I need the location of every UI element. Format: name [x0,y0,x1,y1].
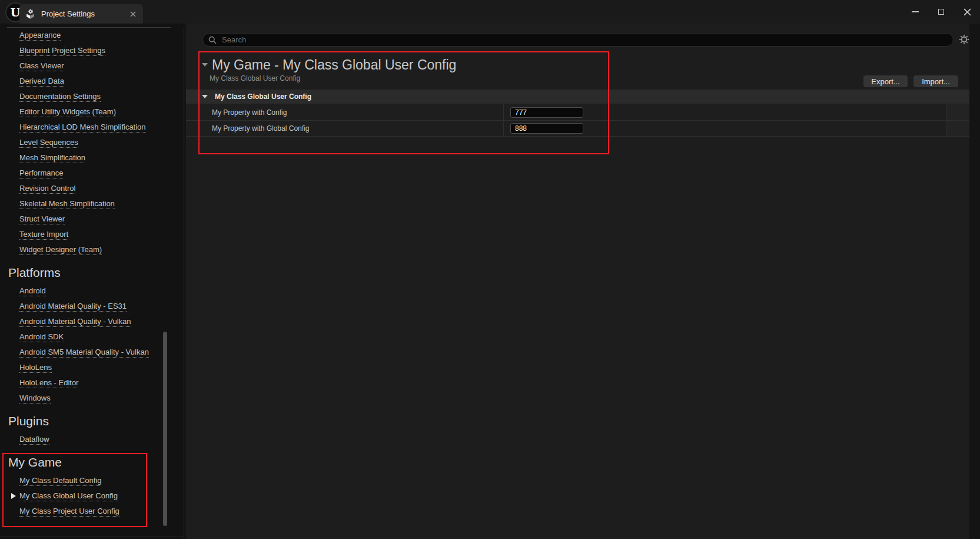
project-settings-icon [25,9,35,19]
sidebar-item-label: My Class Default Config [19,476,101,486]
sidebar-scrollbar-thumb[interactable] [163,332,167,526]
sidebar-item-label: Android [19,286,46,296]
sidebar-item-android-mq-es31[interactable]: Android Material Quality - ES31 [0,299,184,314]
sidebar-heading-my-game: My Game [0,452,184,473]
export-button[interactable]: Export... [863,75,908,87]
sidebar-item-editor-utility-widgets[interactable]: Editor Utility Widgets (Team) [0,104,184,120]
category-header[interactable]: My Class Global User Config [186,90,969,104]
sidebar-item-label: Mesh Simplification [19,153,85,163]
property-value-input[interactable] [510,123,583,134]
property-row: My Property with Global Config [186,121,969,137]
sidebar-item-label: Dataflow [19,435,49,445]
search-input[interactable] [221,35,953,45]
sidebar-item-class-viewer[interactable]: Class Viewer [0,58,184,74]
sidebar-item-label: Level Sequences [19,138,78,148]
sidebar-item-label: Skeletal Mesh Simplification [19,199,115,209]
sidebar-bottom-divider [0,537,184,537]
sidebar-item-struct-viewer[interactable]: Struct Viewer [0,211,184,227]
sidebar-item-label: Appearance [19,31,61,41]
sidebar-item-mesh-simplification[interactable]: Mesh Simplification [0,150,184,166]
sidebar-item-label: Revision Control [19,184,75,194]
sidebar-item-hololens-editor[interactable]: HoloLens - Editor [0,375,184,391]
sidebar-item-label: Windows [19,393,51,404]
tab-project-settings[interactable]: Project Settings [19,4,143,24]
sidebar-item-revision-control[interactable]: Revision Control [0,181,184,196]
section-collapse-icon[interactable] [202,63,208,67]
sidebar-item-label: Texture Import [19,230,68,240]
sidebar-heading-platforms: Platforms [0,262,184,283]
sidebar-item-texture-import[interactable]: Texture Import [0,227,184,242]
import-button[interactable]: Import... [913,75,958,87]
property-label: My Property with Global Config [186,121,504,136]
sidebar-item-level-sequences[interactable]: Level Sequences [0,135,184,150]
sidebar-heading-plugins: Plugins [0,411,184,432]
sidebar-item-label: HoloLens [19,363,52,373]
close-icon [964,8,971,16]
sidebar-item-label: Blueprint Project Settings [19,46,105,56]
sidebar-item-label: Editor Utility Widgets (Team) [19,107,116,117]
panel-splitter[interactable] [184,27,184,539]
sidebar-item-label: Widget Designer (Team) [19,245,102,255]
property-label: My Property with Config [186,104,504,120]
selected-item-arrow-icon [11,493,16,499]
sidebar-item-appearance[interactable]: Appearance [0,28,184,43]
sidebar-item-android-sm5-mq-vulkan[interactable]: Android SM5 Material Quality - Vulkan [0,345,184,360]
page-subtitle: My Class Global User Config [210,74,300,82]
row-right-cell [946,104,969,120]
property-value-input[interactable] [510,107,583,118]
sidebar-item-android-mq-vulkan[interactable]: Android Material Quality - Vulkan [0,314,184,329]
sidebar-item-android-sdk[interactable]: Android SDK [0,329,184,345]
sidebar-item-label: Performance [19,168,63,178]
sidebar-item-label: Android Material Quality - Vulkan [19,317,131,327]
sidebar-item-label: Struct Viewer [19,214,65,224]
sidebar-item-label: Derived Data [19,77,64,87]
sidebar-item-label: HoloLens - Editor [19,378,78,388]
sidebar-item-label: My Class Project User Config [19,507,119,517]
tab-title: Project Settings [41,9,95,18]
sidebar-item-my-class-default-config[interactable]: My Class Default Config [0,473,184,488]
sidebar-item-label: Android SDK [19,332,64,342]
sidebar-item-my-class-project-user-config[interactable]: My Class Project User Config [0,504,184,519]
minimize-button[interactable] [902,0,928,24]
settings-gear-button[interactable] [958,34,970,45]
search-bar[interactable] [202,33,954,47]
sidebar-item-label: Class Viewer [19,61,64,71]
sidebar-item-label: Documentation Settings [19,92,101,102]
sidebar-item-label: Android Material Quality - ES31 [19,302,127,312]
sidebar-item-label: Android SM5 Material Quality - Vulkan [19,348,149,358]
category-header-label: My Class Global User Config [215,92,311,101]
page-title: My Game - My Class Global User Config [212,57,456,72]
sidebar-item-label: Hierarchical LOD Mesh Simplification [19,123,146,133]
settings-detail-panel: My Game - My Class Global User Config My… [186,24,969,539]
sidebar-item-hierarchical-lod[interactable]: Hierarchical LOD Mesh Simplification [0,120,184,135]
sidebar-item-android[interactable]: Android [0,283,184,299]
sidebar-item-windows[interactable]: Windows [0,391,184,406]
row-right-cell [946,121,969,136]
sidebar-item-documentation-settings[interactable]: Documentation Settings [0,89,184,104]
tab-close-icon[interactable] [130,11,136,17]
gear-icon [959,34,969,45]
sidebar-item-my-class-global-user-config[interactable]: My Class Global User Config [0,488,184,504]
category-collapse-icon[interactable] [202,95,208,98]
sidebar-item-blueprint-project-settings[interactable]: Blueprint Project Settings [0,43,184,58]
sidebar-item-hololens[interactable]: HoloLens [0,360,184,375]
property-row: My Property with Config [186,104,969,121]
minimize-icon [912,11,919,12]
sidebar-item-skeletal-mesh-simplification[interactable]: Skeletal Mesh Simplification [0,196,184,211]
window-controls [902,0,980,24]
title-bar: U Project Settings [0,0,980,24]
sidebar-item-widget-designer[interactable]: Widget Designer (Team) [0,242,184,257]
search-icon [208,36,217,44]
sidebar-item-performance[interactable]: Performance [0,166,184,181]
maximize-icon [938,9,944,15]
close-button[interactable] [954,0,980,24]
sidebar-item-derived-data[interactable]: Derived Data [0,74,184,89]
sidebar-item-dataflow[interactable]: Dataflow [0,432,184,447]
project-settings-window: { "window": { "tab_title": "Project Sett… [0,0,980,539]
settings-sidebar: Appearance Blueprint Project Settings Cl… [0,24,184,539]
settings-nav: Appearance Blueprint Project Settings Cl… [0,28,184,519]
maximize-button[interactable] [928,0,954,24]
sidebar-item-label: My Class Global User Config [19,491,118,501]
